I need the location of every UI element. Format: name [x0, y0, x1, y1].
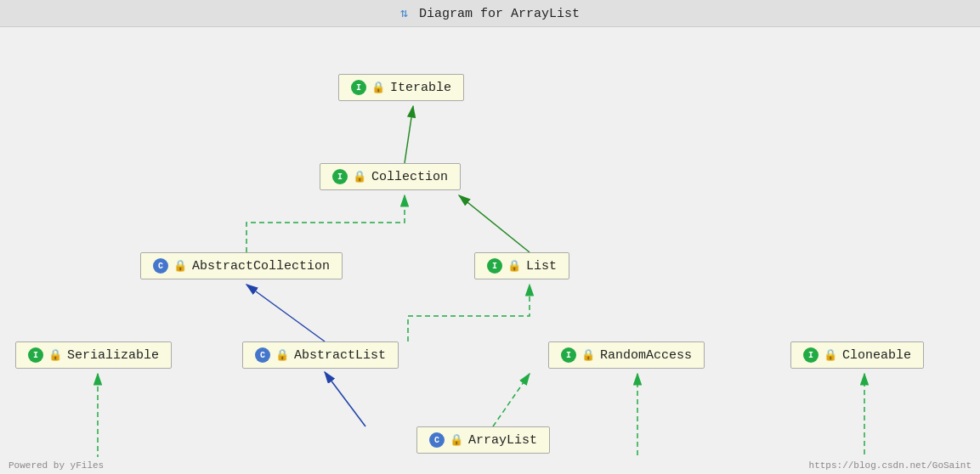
arrows-svg — [0, 27, 980, 457]
svg-line-3 — [405, 106, 413, 163]
node-randomaccess: I 🔒 RandomAccess — [548, 341, 705, 369]
label-list: List — [526, 259, 557, 274]
badge-collection: I — [332, 169, 348, 184]
badge-arraylist: C — [429, 432, 445, 448]
lock-arraylist: 🔒 — [450, 433, 463, 447]
badge-abstractcollection: C — [153, 258, 168, 274]
svg-line-5 — [246, 285, 325, 341]
node-cloneable: I 🔒 Cloneable — [790, 341, 924, 369]
badge-cloneable: I — [803, 347, 819, 363]
lock-iterable: 🔒 — [371, 81, 385, 94]
badge-list: I — [487, 258, 502, 274]
title-bar: ⇅ Diagram for ArrayList — [0, 0, 980, 27]
footer-right: https://blog.csdn.net/GoSaint — [809, 460, 972, 471]
label-abstractlist: AbstractList — [294, 348, 386, 363]
footer-left: Powered by yFiles — [8, 460, 104, 471]
badge-abstractlist: C — [255, 347, 270, 363]
label-collection: Collection — [371, 170, 448, 184]
lock-serializable: 🔒 — [48, 348, 62, 362]
svg-line-4 — [459, 195, 530, 252]
node-abstractcollection: C 🔒 AbstractCollection — [140, 252, 343, 279]
lock-cloneable: 🔒 — [824, 348, 837, 362]
label-serializable: Serializable — [67, 348, 159, 363]
label-iterable: Iterable — [390, 81, 451, 95]
label-randomaccess: RandomAccess — [600, 348, 692, 363]
diagram-area: I 🔒 Iterable I 🔒 Collection C 🔒 Abstract… — [0, 27, 980, 457]
badge-iterable: I — [351, 80, 366, 95]
lock-randomaccess: 🔒 — [581, 348, 595, 362]
label-cloneable: Cloneable — [842, 348, 911, 363]
node-abstractlist: C 🔒 AbstractList — [242, 341, 399, 369]
badge-randomaccess: I — [561, 347, 576, 363]
diagram-container: ⇅ Diagram for ArrayList — [0, 0, 980, 474]
lock-abstractlist: 🔒 — [275, 348, 289, 362]
lock-list: 🔒 — [507, 259, 521, 273]
node-collection: I 🔒 Collection — [320, 163, 461, 190]
lock-abstractcollection: 🔒 — [173, 259, 187, 273]
node-list: I 🔒 List — [474, 252, 569, 279]
node-iterable: I 🔒 Iterable — [338, 74, 464, 101]
title-icon: ⇅ — [400, 5, 408, 21]
label-abstractcollection: AbstractCollection — [192, 259, 330, 274]
label-arraylist: ArrayList — [468, 433, 537, 448]
title-label: Diagram for ArrayList — [419, 7, 580, 21]
badge-serializable: I — [28, 347, 43, 363]
node-serializable: I 🔒 Serializable — [15, 341, 172, 369]
node-arraylist: C 🔒 ArrayList — [416, 426, 550, 454]
lock-collection: 🔒 — [353, 170, 366, 183]
